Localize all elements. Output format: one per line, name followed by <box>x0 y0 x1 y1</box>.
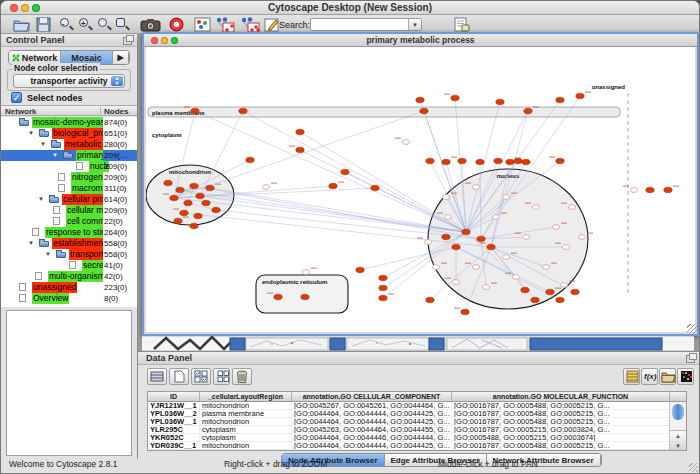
tree-row[interactable]: secretion41(0) <box>1 260 137 271</box>
network-node[interactable] <box>546 289 554 295</box>
network-node[interactable] <box>451 95 459 101</box>
tree-row[interactable]: nucleobase-209(0) <box>1 161 137 172</box>
network-node[interactable] <box>190 223 198 229</box>
network-node[interactable] <box>476 159 484 165</box>
network-node[interactable] <box>462 229 470 235</box>
network-node[interactable] <box>524 108 532 114</box>
select-nodes-checkbox[interactable]: ✓ <box>11 92 22 103</box>
network-node[interactable] <box>492 215 499 220</box>
graphics-details-icon[interactable] <box>194 17 211 32</box>
tree-row[interactable]: mosaic-demo-yeast874(0) <box>1 117 137 128</box>
network-node[interactable] <box>552 225 559 230</box>
network-node[interactable] <box>239 108 247 114</box>
network-node[interactable] <box>458 158 466 164</box>
table-row[interactable]: YKR052Ccytoplasm[GO:0044464, GO:0044446,… <box>148 434 686 442</box>
heatmap-matrix-icon[interactable] <box>677 368 694 385</box>
window-titlebar[interactable]: Cytoscape Desktop (New Session) <box>1 1 699 15</box>
network-node[interactable] <box>571 289 579 295</box>
network-node[interactable] <box>424 240 431 245</box>
float-panel-icon[interactable] <box>123 37 132 45</box>
tree-row[interactable]: response to stimulu264(0) <box>1 227 137 238</box>
network-node[interactable] <box>512 275 519 280</box>
network-node[interactable] <box>416 97 424 103</box>
hide-show-graphics-icon[interactable] <box>215 17 236 32</box>
network-node[interactable] <box>194 213 202 219</box>
network-node[interactable] <box>379 275 387 281</box>
float-panel-icon[interactable] <box>686 355 695 363</box>
network-node[interactable] <box>174 218 182 224</box>
hide-show-nodes-icon[interactable] <box>240 17 261 32</box>
zoom-out-icon[interactable]: - <box>58 17 75 32</box>
tree-row[interactable]: ▼biological_process651(0) <box>1 128 137 139</box>
network-node[interactable] <box>212 207 220 213</box>
network-canvas[interactable]: plasma membranecytoplasmmitochondrionnuc… <box>146 47 695 332</box>
network-node[interactable] <box>379 285 387 291</box>
network-node[interactable] <box>196 193 204 199</box>
expander-icon[interactable]: ▼ <box>28 128 34 139</box>
tree-row[interactable]: Overview8(0) <box>1 293 137 304</box>
network-node[interactable] <box>578 235 585 240</box>
network-node[interactable] <box>246 157 254 163</box>
network-node[interactable] <box>426 158 434 164</box>
unselect-attributes-icon[interactable] <box>213 368 230 385</box>
network-node[interactable] <box>522 159 530 165</box>
tree-row[interactable]: macromolecule311(0) <box>1 183 137 194</box>
network-node[interactable] <box>371 185 379 191</box>
zoom-fit-icon[interactable] <box>114 17 131 32</box>
tree-row[interactable]: nitrogen compou209(0) <box>1 172 137 183</box>
network-node[interactable] <box>296 147 304 153</box>
network-node[interactable] <box>514 158 522 164</box>
network-node[interactable] <box>472 185 479 190</box>
network-node[interactable] <box>442 195 449 200</box>
network-node[interactable] <box>356 267 364 273</box>
new-attribute-icon[interactable] <box>169 368 189 385</box>
network-node[interactable] <box>302 270 309 275</box>
zoom-in-icon[interactable]: + <box>77 17 94 32</box>
network-node[interactable] <box>532 205 539 210</box>
network-node[interactable] <box>420 108 428 114</box>
network-node[interactable] <box>191 108 199 114</box>
network-node[interactable] <box>630 188 637 193</box>
node-color-dropdown[interactable]: transporter activity ▲▼ <box>13 74 125 88</box>
network-node[interactable] <box>202 200 210 206</box>
network-node[interactable] <box>402 140 409 145</box>
network-node[interactable] <box>494 158 502 164</box>
network-node[interactable] <box>176 187 184 193</box>
network-node[interactable] <box>506 159 514 165</box>
import-table-icon[interactable] <box>453 17 470 32</box>
column-header[interactable]: _cellularLayoutRegion <box>200 392 292 401</box>
search-input[interactable]: ▾ <box>310 18 422 31</box>
network-node[interactable] <box>296 129 304 135</box>
attribute-list-icon[interactable] <box>623 368 640 385</box>
network-node[interactable] <box>556 97 564 103</box>
network-node[interactable] <box>562 245 569 250</box>
window-resize-grip[interactable] <box>687 324 697 334</box>
network-node[interactable] <box>379 295 387 301</box>
network-node[interactable] <box>556 297 564 303</box>
tree-row[interactable]: ▼transport558(0) <box>1 249 137 260</box>
network-node[interactable] <box>301 294 309 300</box>
column-header[interactable]: annotation.GO MOLECULAR_FUNCTION <box>452 392 670 401</box>
network-node[interactable] <box>426 297 434 303</box>
snapshot-camera-icon[interactable] <box>140 17 161 32</box>
import-attributes-folder-icon[interactable] <box>659 368 676 385</box>
network-node[interactable] <box>461 309 469 315</box>
tree-row[interactable]: cell communicati22(0) <box>1 216 137 227</box>
column-header[interactable]: ID <box>148 392 200 401</box>
table-row[interactable]: YLR295Ccytoplasm[GO:0045263, GO:0044464,… <box>148 426 686 434</box>
network-node[interactable] <box>502 195 509 200</box>
network-node[interactable] <box>502 255 509 260</box>
network-window-titlebar[interactable]: primary metabolic process <box>144 34 697 47</box>
network-node[interactable] <box>444 215 451 220</box>
expander-icon[interactable]: ▼ <box>52 150 58 161</box>
network-node[interactable] <box>664 187 672 193</box>
scrollbar-arrows[interactable]: ▲▼ <box>670 430 686 450</box>
table-row[interactable]: YDR039C__1mitochondrion[GO:0044464, GO:0… <box>148 442 686 450</box>
table-row[interactable]: YJR121W__1mitochondrion[GO:0045267, GO:0… <box>148 402 686 410</box>
expander-icon[interactable]: ▼ <box>40 139 46 150</box>
network-node[interactable] <box>442 159 450 165</box>
network-node[interactable] <box>442 234 450 240</box>
help-ring-icon[interactable] <box>168 17 185 32</box>
scrollbar-thumb[interactable] <box>672 404 684 420</box>
network-node[interactable] <box>184 200 192 206</box>
